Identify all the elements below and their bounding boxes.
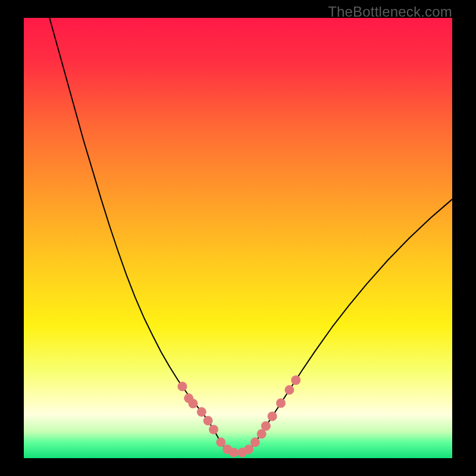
marker-point bbox=[261, 421, 271, 431]
plot-area bbox=[24, 18, 452, 458]
marker-point bbox=[291, 375, 300, 385]
marker-point bbox=[209, 425, 218, 434]
marker-point bbox=[229, 447, 239, 457]
marker-point bbox=[268, 412, 277, 421]
marker-point bbox=[284, 385, 294, 394]
series-left-branch bbox=[49, 18, 221, 443]
marker-point bbox=[188, 399, 198, 408]
curve-layer bbox=[24, 18, 452, 458]
marker-point bbox=[203, 416, 213, 425]
marker-point bbox=[250, 437, 260, 447]
marker-point bbox=[216, 437, 226, 447]
marker-point bbox=[244, 444, 253, 454]
marker-point bbox=[276, 399, 286, 408]
series-right-branch bbox=[255, 199, 452, 443]
chart-container: TheBottleneck.com bbox=[0, 0, 476, 476]
marker-point bbox=[177, 381, 187, 391]
marker-point bbox=[197, 407, 206, 416]
